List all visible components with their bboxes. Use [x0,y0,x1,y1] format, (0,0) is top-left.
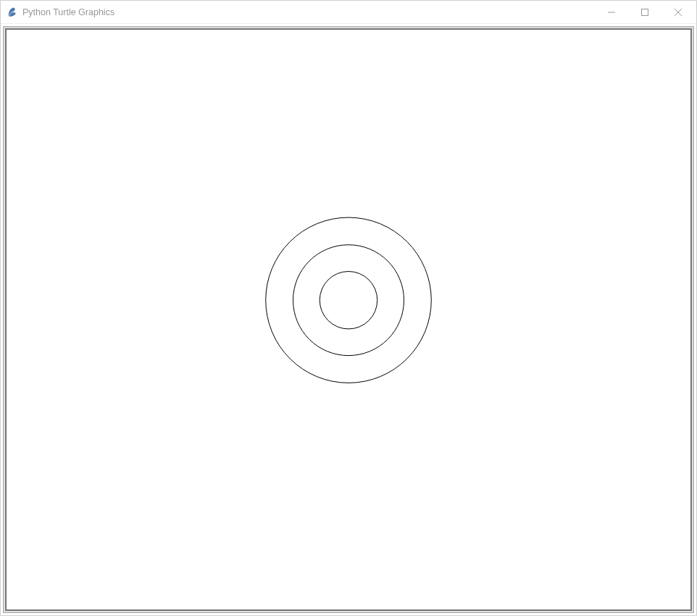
canvas-frame [3,26,694,613]
minimize-button[interactable] [595,1,628,23]
turtle-circle [266,217,432,383]
turtle-canvas-area [9,32,688,607]
turtle-circle [320,272,377,329]
window-title: Python Turtle Graphics [22,7,595,17]
feather-icon [7,7,18,18]
maximize-button[interactable] [628,1,661,23]
titlebar: Python Turtle Graphics [1,1,696,24]
turtle-circle [293,245,404,356]
canvas-inner-frame [4,28,693,612]
svg-rect-1 [642,9,648,15]
turtle-canvas [9,32,688,607]
window-controls [595,1,695,23]
minimize-icon [608,9,615,16]
maximize-icon [641,9,648,16]
close-icon [675,9,682,16]
close-button[interactable] [661,1,695,23]
